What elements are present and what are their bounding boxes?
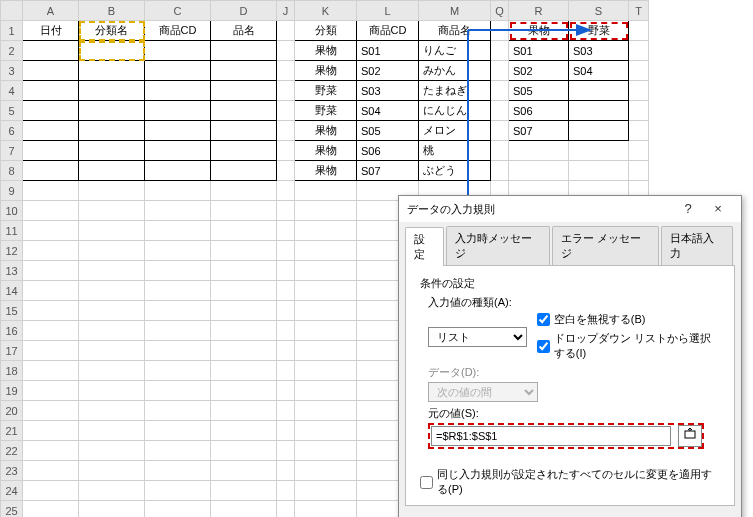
- row-header-4[interactable]: 4: [1, 81, 23, 101]
- cell-T3[interactable]: [629, 61, 649, 81]
- cell-C5[interactable]: [145, 101, 211, 121]
- row-header-7[interactable]: 7: [1, 141, 23, 161]
- cell-K22[interactable]: [295, 441, 357, 461]
- col-header-C[interactable]: C: [145, 1, 211, 21]
- cell-A13[interactable]: [23, 261, 79, 281]
- cell-Q6[interactable]: [491, 121, 509, 141]
- cell-B25[interactable]: [79, 501, 145, 518]
- cell-R8[interactable]: [509, 161, 569, 181]
- cell-A19[interactable]: [23, 381, 79, 401]
- cell-T2[interactable]: [629, 41, 649, 61]
- cell-D25[interactable]: [211, 501, 277, 518]
- cell-C20[interactable]: [145, 401, 211, 421]
- cell-B17[interactable]: [79, 341, 145, 361]
- cell-D4[interactable]: [211, 81, 277, 101]
- cell-A2[interactable]: [23, 41, 79, 61]
- cell-C1[interactable]: 商品CD: [145, 21, 211, 41]
- cell-S4[interactable]: [569, 81, 629, 101]
- cell-B10[interactable]: [79, 201, 145, 221]
- cell-C15[interactable]: [145, 301, 211, 321]
- cell-K19[interactable]: [295, 381, 357, 401]
- row-header-20[interactable]: 20: [1, 401, 23, 421]
- row-header-24[interactable]: 24: [1, 481, 23, 501]
- cell-B21[interactable]: [79, 421, 145, 441]
- row-header-18[interactable]: 18: [1, 361, 23, 381]
- row-header-14[interactable]: 14: [1, 281, 23, 301]
- cell-C24[interactable]: [145, 481, 211, 501]
- cell-Q7[interactable]: [491, 141, 509, 161]
- col-header-Q[interactable]: Q: [491, 1, 509, 21]
- row-header-22[interactable]: 22: [1, 441, 23, 461]
- col-header-L[interactable]: L: [357, 1, 419, 21]
- cell-S1[interactable]: 野菜: [569, 21, 629, 41]
- cell-T6[interactable]: [629, 121, 649, 141]
- cell-D9[interactable]: [211, 181, 277, 201]
- cell-J17[interactable]: [277, 341, 295, 361]
- cell-C9[interactable]: [145, 181, 211, 201]
- cell-C4[interactable]: [145, 81, 211, 101]
- cell-B11[interactable]: [79, 221, 145, 241]
- dialog-titlebar[interactable]: データの入力規則 ? ×: [399, 196, 741, 222]
- cell-C19[interactable]: [145, 381, 211, 401]
- cell-C11[interactable]: [145, 221, 211, 241]
- cell-C12[interactable]: [145, 241, 211, 261]
- cell-K24[interactable]: [295, 481, 357, 501]
- cell-B3[interactable]: [79, 61, 145, 81]
- cell-D5[interactable]: [211, 101, 277, 121]
- cell-C3[interactable]: [145, 61, 211, 81]
- cell-A8[interactable]: [23, 161, 79, 181]
- cell-A24[interactable]: [23, 481, 79, 501]
- cell-A9[interactable]: [23, 181, 79, 201]
- cell-S7[interactable]: [569, 141, 629, 161]
- row-header-21[interactable]: 21: [1, 421, 23, 441]
- cell-D6[interactable]: [211, 121, 277, 141]
- cell-Q3[interactable]: [491, 61, 509, 81]
- cell-A6[interactable]: [23, 121, 79, 141]
- cell-D17[interactable]: [211, 341, 277, 361]
- cell-K11[interactable]: [295, 221, 357, 241]
- col-header-J[interactable]: J: [277, 1, 295, 21]
- cell-K6[interactable]: 果物: [295, 121, 357, 141]
- cell-C6[interactable]: [145, 121, 211, 141]
- cell-C22[interactable]: [145, 441, 211, 461]
- cell-J22[interactable]: [277, 441, 295, 461]
- cell-J3[interactable]: [277, 61, 295, 81]
- row-header-16[interactable]: 16: [1, 321, 23, 341]
- row-header-11[interactable]: 11: [1, 221, 23, 241]
- cell-B12[interactable]: [79, 241, 145, 261]
- cell-J20[interactable]: [277, 401, 295, 421]
- cell-D18[interactable]: [211, 361, 277, 381]
- cell-J18[interactable]: [277, 361, 295, 381]
- cell-C14[interactable]: [145, 281, 211, 301]
- cell-S8[interactable]: [569, 161, 629, 181]
- cell-D8[interactable]: [211, 161, 277, 181]
- cell-M5[interactable]: にんじん: [419, 101, 491, 121]
- ignore-blank-checkbox[interactable]: 空白を無視する(B): [537, 312, 720, 327]
- cell-B19[interactable]: [79, 381, 145, 401]
- tab-input-message[interactable]: 入力時メッセージ: [446, 226, 550, 265]
- cell-K2[interactable]: 果物: [295, 41, 357, 61]
- cell-B16[interactable]: [79, 321, 145, 341]
- cell-K18[interactable]: [295, 361, 357, 381]
- cell-L7[interactable]: S06: [357, 141, 419, 161]
- cell-D15[interactable]: [211, 301, 277, 321]
- cell-J10[interactable]: [277, 201, 295, 221]
- cell-R7[interactable]: [509, 141, 569, 161]
- cell-J24[interactable]: [277, 481, 295, 501]
- cell-T4[interactable]: [629, 81, 649, 101]
- row-header-19[interactable]: 19: [1, 381, 23, 401]
- cell-L6[interactable]: S05: [357, 121, 419, 141]
- cell-A12[interactable]: [23, 241, 79, 261]
- cell-A7[interactable]: [23, 141, 79, 161]
- cell-S3[interactable]: S04: [569, 61, 629, 81]
- cell-L5[interactable]: S04: [357, 101, 419, 121]
- cell-D22[interactable]: [211, 441, 277, 461]
- cell-T1[interactable]: [629, 21, 649, 41]
- in-cell-dropdown-checkbox[interactable]: ドロップダウン リストから選択する(I): [537, 331, 720, 361]
- cell-Q8[interactable]: [491, 161, 509, 181]
- cell-S2[interactable]: S03: [569, 41, 629, 61]
- cell-M6[interactable]: メロン: [419, 121, 491, 141]
- cell-K8[interactable]: 果物: [295, 161, 357, 181]
- cell-J16[interactable]: [277, 321, 295, 341]
- cell-C21[interactable]: [145, 421, 211, 441]
